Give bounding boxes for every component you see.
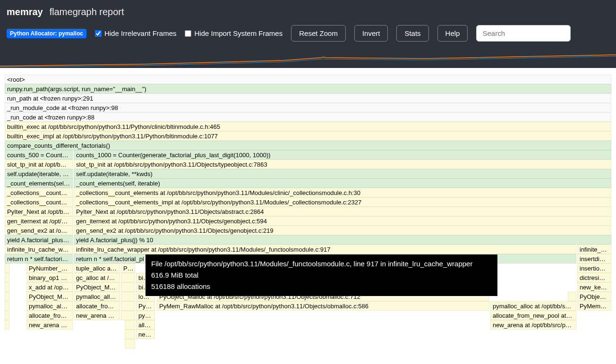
flame-cell[interactable]: pymalloc_allo… [74, 292, 120, 301]
flame-cell[interactable]: Py… [121, 263, 135, 273]
flame-cell[interactable] [125, 320, 135, 330]
flame-cell[interactable]: _count_elements(self, iterable) [74, 178, 611, 188]
flame-cell[interactable]: new_ke… [577, 282, 611, 292]
flame-cell[interactable]: lon… [136, 292, 155, 301]
flame-cell[interactable]: allocate_from… [74, 301, 120, 311]
flame-cell[interactable]: PyMem… [577, 301, 611, 311]
flame-cell[interactable]: builtin_exec at /opt/bb/src/python/pytho… [5, 122, 611, 131]
flame-cell[interactable]: _collections__count_elements_impl at /op… [74, 197, 611, 207]
flame-cell[interactable]: PyIter_Next at /opt/b… [5, 207, 73, 216]
flame-cell[interactable]: gen_send_ex2 at /opt/bb/src/python/pytho… [74, 226, 611, 235]
flame-cell[interactable]: new_arena at … [74, 311, 120, 320]
flame-row: builtin_exec_impl at /opt/bb/src/python/… [5, 131, 611, 141]
flame-row: new… [5, 330, 611, 339]
flame-cell[interactable]: pymalloc_al… [26, 301, 73, 311]
flame-cell[interactable]: infinite_lru_cache_wrapper at /opt/bb/sr… [74, 245, 576, 254]
flame-cell[interactable]: self.update(iterable, **kwds) [74, 169, 611, 178]
help-button[interactable]: Help [437, 25, 468, 42]
flame-cell[interactable]: tuple_alloc at … [74, 263, 120, 273]
flame-row: PyIter_Next at /opt/b…PyIter_Next at /op… [5, 207, 611, 216]
flame-cell[interactable]: slot_tp_init at /opt/bb/src/python/pytho… [74, 160, 611, 169]
flame-cell[interactable]: PyObject_Mal… [74, 282, 120, 292]
flame-cell[interactable]: pymalloc_alloc at /opt/bb/s… [490, 301, 576, 311]
flame-cell[interactable]: allocate_fro… [26, 311, 73, 320]
memory-sparkline[interactable] [0, 50, 616, 68]
flame-cell[interactable]: return n * self.factorial_pl [74, 254, 576, 263]
flame-cell[interactable]: yield A.factorial_plus… [5, 235, 73, 245]
flame-cell[interactable]: infinite_… [577, 245, 611, 254]
flame-cell[interactable] [568, 292, 576, 301]
search-input[interactable] [476, 25, 571, 42]
hide-irrelevant-toggle[interactable]: Hide Irrelevant Frames [95, 29, 177, 37]
flame-cell[interactable] [5, 282, 9, 292]
flame-cell[interactable]: bin… [136, 273, 155, 282]
flame-row: gen_iternext at /opt/…gen_iternext at /o… [5, 216, 611, 226]
flame-cell[interactable]: new_arena at /opt/bb/src/p… [490, 320, 576, 330]
flame-cell[interactable] [5, 320, 9, 330]
hide-import-toggle[interactable]: Hide Import System Frames [185, 29, 282, 37]
flame-cell[interactable] [5, 292, 9, 301]
flame-cell[interactable]: bin… [136, 282, 155, 292]
flame-cell[interactable] [121, 301, 135, 311]
flame-cell[interactable]: py… [136, 311, 155, 320]
flame-cell[interactable]: PyNumber_A… [26, 263, 73, 273]
flame-cell[interactable]: dictresi… [577, 273, 611, 282]
flame-cell[interactable]: _run_module_code at <frozen runpy>:98 [5, 103, 611, 112]
flame-row: PyNumber_A…tuple_alloc at …Py…insertio… [5, 263, 611, 273]
flame-cell[interactable]: _run_code at <frozen runpy>:88 [5, 112, 611, 122]
flame-cell[interactable] [125, 330, 135, 339]
flame-cell[interactable]: infinite_lru_cache_w… [5, 245, 73, 254]
flame-cell[interactable] [121, 282, 135, 292]
flame-cell[interactable]: counts_500 = Count… [5, 150, 73, 160]
flame-cell[interactable]: _collections__count_elements at /opt/bb/… [74, 188, 611, 197]
flame-cell[interactable]: <root> [5, 75, 611, 84]
flame-cell[interactable]: _count_elements(sel… [5, 178, 73, 188]
invert-button[interactable]: Invert [354, 25, 388, 42]
flame-cell[interactable]: allocate_from_new_pool at… [490, 311, 576, 320]
flame-cell[interactable]: gen_iternext at /opt/bb/src/python/pytho… [74, 216, 611, 226]
flame-row: _collections__count…_collections__count_… [5, 197, 611, 207]
flame-cell[interactable] [5, 263, 9, 273]
flamegraph[interactable]: <root>runpy.run_path(args.script, run_na… [0, 75, 616, 358]
flame-cell[interactable]: yield A.factorial_plus(j) % 10 [74, 235, 611, 245]
hide-irrelevant-checkbox[interactable] [95, 30, 102, 37]
hide-import-checkbox[interactable] [185, 30, 191, 37]
flame-cell[interactable]: run_path at <frozen runpy>:291 [5, 93, 611, 103]
flame-cell[interactable]: PyObje… [577, 292, 611, 301]
flame-cell[interactable]: slot_tp_init at /opt/b… [5, 160, 73, 169]
flame-cell[interactable] [121, 273, 135, 282]
flame-cell[interactable] [121, 311, 135, 320]
flame-cell[interactable] [121, 292, 135, 301]
flame-cell[interactable]: _collections__count… [5, 197, 73, 207]
flame-cell[interactable]: gen_iternext at /opt/… [5, 216, 73, 226]
flame-cell[interactable]: binary_op1 a… [26, 273, 73, 282]
stats-button[interactable]: Stats [396, 25, 428, 42]
flame-cell[interactable]: gc_alloc at /o… [74, 273, 120, 282]
flame-cell[interactable]: x_add at /opt… [26, 282, 73, 292]
flame-cell[interactable]: PyIter_Next at /opt/bb/src/python/python… [74, 207, 611, 216]
flame-cell[interactable]: self.update(iterable, … [5, 169, 73, 178]
flame-cell[interactable] [5, 301, 9, 311]
flame-cell[interactable]: insertio… [577, 263, 611, 273]
flame-cell[interactable]: PyMem_RawMalloc at /opt/bb/src/python/py… [157, 301, 489, 311]
flame-cell[interactable]: builtin_exec_impl at /opt/bb/src/python/… [5, 131, 611, 141]
flame-row: _run_module_code at <frozen runpy>:98 [5, 103, 611, 112]
flame-cell[interactable]: PyObject_M… [26, 292, 73, 301]
reset-zoom-button[interactable]: Reset Zoom [291, 25, 346, 42]
flame-cell[interactable]: Py… [136, 301, 155, 311]
flame-cell[interactable]: return n * self.factori… [5, 254, 73, 263]
flame-cell[interactable] [125, 339, 135, 348]
flame-cell[interactable]: insertdi… [577, 254, 611, 263]
flame-cell[interactable]: _collections__count… [5, 188, 73, 197]
flame-cell[interactable]: compare_counts_different_factorials() [5, 141, 611, 150]
flame-cell[interactable]: allo… [136, 320, 155, 330]
flame-row: infinite_lru_cache_w…infinite_lru_cache_… [5, 245, 611, 254]
flame-cell[interactable] [5, 273, 9, 282]
flame-cell[interactable]: runpy.run_path(args.script, run_name="__… [5, 84, 611, 93]
flame-cell[interactable]: PyObject_Malloc at /opt/bb/src/python/py… [157, 292, 489, 301]
flame-cell[interactable]: new… [136, 330, 155, 339]
flame-cell[interactable]: gen_send_ex2 at /op… [5, 226, 73, 235]
flame-cell[interactable]: counts_1000 = Counter(generate_factorial… [74, 150, 611, 160]
flame-cell[interactable]: new_arena … [26, 320, 73, 330]
flame-cell[interactable] [5, 311, 9, 320]
